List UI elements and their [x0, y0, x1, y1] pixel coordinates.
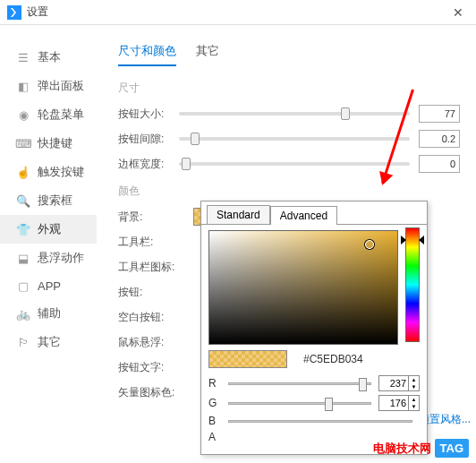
shirt-icon: 👕 — [16, 222, 30, 236]
assist-icon: 🚲 — [16, 306, 30, 321]
spinner-r[interactable]: ▲▼ — [409, 375, 420, 391]
titlebar: 设置 ✕ — [0, 0, 476, 25]
row-g: G ▲▼ — [208, 395, 420, 411]
row-border-width: 边框宽度: — [118, 153, 460, 175]
slider-thumb[interactable] — [182, 158, 191, 170]
color-preview — [208, 350, 287, 368]
row-b: B — [208, 415, 420, 427]
section-size: 尺寸 — [118, 81, 460, 96]
hex-value[interactable]: #C5EDB034 — [303, 353, 363, 365]
slider-thumb[interactable] — [191, 133, 200, 145]
sidebar-item-appearance[interactable]: 👕外观 — [0, 215, 97, 244]
sidebar-item-search-box[interactable]: 🔍搜索框 — [0, 186, 97, 215]
watermark: 电脑技术网 TAG — [373, 439, 469, 458]
hex-row: #C5EDB034 — [208, 350, 420, 368]
input-button-size[interactable] — [419, 105, 460, 123]
hue-indicator-left — [401, 236, 406, 244]
app-icon: ▢ — [16, 279, 30, 293]
picker-tab-advanced[interactable]: Advanced — [270, 206, 337, 225]
label-mouse-hover: 鼠标悬浮: — [118, 335, 175, 350]
slider-b[interactable] — [228, 420, 412, 423]
label-border-width: 边框宽度: — [118, 157, 175, 172]
label-g: G — [208, 397, 228, 409]
input-g[interactable] — [378, 395, 409, 411]
app-icon — [7, 5, 21, 20]
input-button-gap[interactable] — [419, 130, 460, 148]
slider-r[interactable] — [228, 382, 371, 385]
sidebar-item-wheel-menu[interactable]: ◉轮盘菜单 — [0, 100, 97, 129]
slider-thumb[interactable] — [325, 398, 333, 411]
sv-cursor[interactable] — [365, 240, 374, 249]
search-icon: 🔍 — [16, 193, 30, 208]
other-icon: 🏳 — [16, 335, 30, 349]
section-color: 颜色 — [118, 184, 460, 199]
sidebar-item-shortcuts[interactable]: ⌨快捷键 — [0, 129, 97, 158]
sidebar: ☰基本 ◧弹出面板 ◉轮盘菜单 ⌨快捷键 ☝触发按键 🔍搜索框 👕外观 ⬓悬浮动… — [0, 25, 97, 463]
row-r: R ▲▼ — [208, 375, 420, 391]
sidebar-item-popup-panel[interactable]: ◧弹出面板 — [0, 72, 97, 100]
close-button[interactable]: ✕ — [447, 4, 469, 21]
label-r: R — [208, 377, 228, 390]
sidebar-item-basic[interactable]: ☰基本 — [0, 43, 97, 72]
sidebar-item-trigger-key[interactable]: ☝触发按键 — [0, 158, 97, 186]
spinner-g[interactable]: ▲▼ — [409, 395, 420, 411]
tab-other[interactable]: 其它 — [196, 39, 219, 66]
sidebar-item-hover-action[interactable]: ⬓悬浮动作 — [0, 244, 97, 272]
hue-strip[interactable] — [405, 227, 420, 342]
label-a: A — [208, 431, 228, 443]
sidebar-item-app[interactable]: ▢APP — [0, 272, 97, 299]
panel-icon: ◧ — [16, 79, 30, 93]
watermark-text: 电脑技术网 — [373, 441, 431, 457]
touch-icon: ☝ — [16, 165, 30, 179]
watermark-tag: TAG — [435, 439, 469, 458]
tab-size-color[interactable]: 尺寸和颜色 — [118, 39, 176, 66]
picker-body: #C5EDB034 R ▲▼ G ▲▼ B A — [201, 224, 427, 452]
list-icon: ☰ — [16, 50, 30, 64]
picker-tab-standard[interactable]: Standard — [207, 205, 270, 224]
slider-thumb[interactable] — [341, 107, 350, 120]
row-button-gap: 按钮间隙: — [118, 128, 460, 150]
slider-thumb[interactable] — [359, 378, 367, 391]
slider-button-size[interactable] — [179, 112, 410, 116]
label-empty-button: 空白按钮: — [118, 310, 175, 325]
label-button: 按钮: — [118, 285, 175, 300]
input-r[interactable] — [378, 375, 409, 391]
hue-indicator-right — [419, 236, 424, 244]
slider-button-gap[interactable] — [179, 137, 410, 141]
saturation-value-area[interactable] — [208, 230, 398, 345]
window-title: 设置 — [27, 4, 48, 20]
label-toolbar: 工具栏: — [118, 235, 175, 250]
label-button-text: 按钮文字: — [118, 360, 175, 375]
label-b: B — [208, 415, 228, 427]
input-border-width[interactable] — [419, 155, 460, 173]
wheel-icon: ◉ — [16, 107, 30, 122]
label-toolbar-icon: 工具栏图标: — [118, 260, 190, 275]
sidebar-item-other[interactable]: 🏳其它 — [0, 328, 97, 356]
slider-border-width[interactable] — [179, 162, 410, 166]
label-background: 背景: — [118, 210, 175, 225]
label-button-gap: 按钮间隙: — [118, 132, 175, 147]
label-vector-icon: 矢量图标色: — [118, 385, 183, 400]
color-picker-popup: Standard Advanced #C5EDB034 R ▲▼ G ▲▼ B — [200, 201, 428, 455]
picker-tabs: Standard Advanced — [207, 205, 427, 224]
label-button-size: 按钮大小: — [118, 107, 175, 122]
keyboard-icon: ⌨ — [16, 136, 30, 150]
content-tabs: 尺寸和颜色 其它 — [106, 39, 460, 66]
sidebar-item-assist[interactable]: 🚲辅助 — [0, 299, 97, 328]
hover-icon: ⬓ — [16, 251, 30, 265]
slider-g[interactable] — [228, 402, 371, 405]
